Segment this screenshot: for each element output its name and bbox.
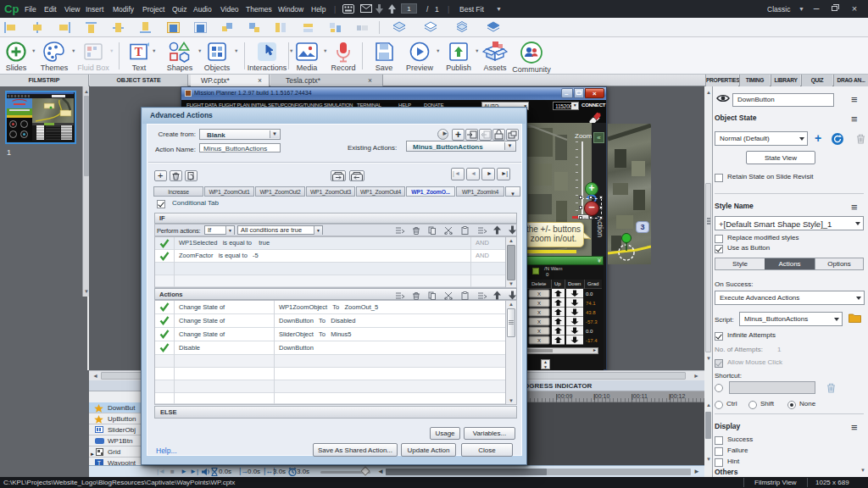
svg-text:X: X xyxy=(537,338,541,343)
svg-text:X: X xyxy=(537,310,541,315)
svg-text:X: X xyxy=(537,301,541,306)
svg-text:T: T xyxy=(135,46,143,58)
svg-text:0.0: 0.0 xyxy=(586,291,593,297)
svg-text:-17.4: -17.4 xyxy=(586,338,598,343)
svg-text:-57.3: -57.3 xyxy=(586,319,598,324)
svg-text:43.8: 43.8 xyxy=(586,310,596,315)
svg-text:74.1: 74.1 xyxy=(586,301,596,306)
svg-text:0.0: 0.0 xyxy=(586,329,593,334)
svg-text:X: X xyxy=(537,319,541,324)
svg-text:X: X xyxy=(537,291,541,297)
svg-text:X: X xyxy=(537,329,541,334)
